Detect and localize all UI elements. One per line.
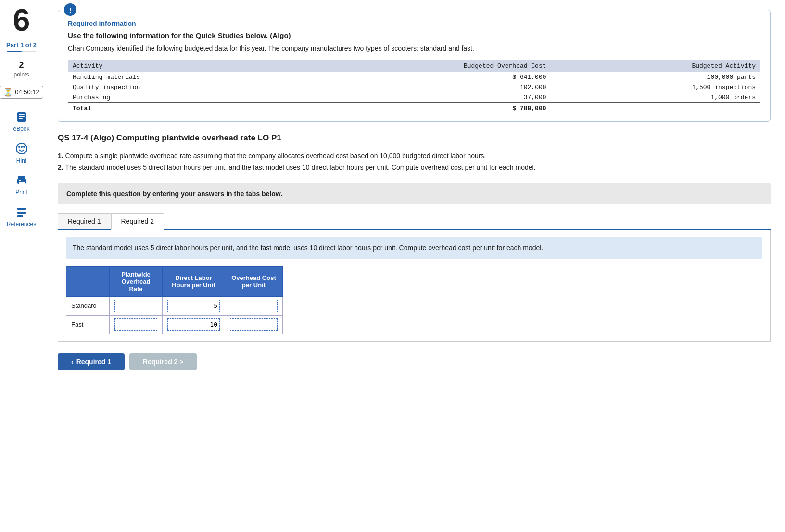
activity-table: Activity Budgeted Overhead Cost Budgeted… (68, 60, 760, 114)
cost-cell: $ 641,000 (288, 72, 551, 82)
cost-cell: 37,000 (288, 92, 551, 103)
col2-header: Direct Labor Hours per Unit (163, 266, 225, 296)
total-row: Total $ 780,000 (68, 103, 760, 114)
sidebar-item-hint[interactable]: Hint (15, 142, 28, 164)
table-row: Quality inspection 102,000 1,500 inspect… (68, 82, 760, 92)
fast-model: Fast (66, 315, 110, 334)
tab-required1[interactable]: Required 1 (58, 213, 111, 229)
standard-plantwide-cell (110, 296, 163, 315)
budgeted-activity-col-header: Budgeted Activity (551, 60, 760, 72)
fast-overhead-cell (225, 315, 283, 334)
ebook-label: eBook (13, 126, 29, 132)
next-label: Required 2 > (143, 358, 183, 366)
svg-rect-3 (19, 118, 23, 119)
question-body: 1. Compute a single plantwide overhead r… (58, 151, 771, 174)
fast-row: Fast (66, 315, 283, 334)
fast-overhead-input[interactable] (230, 318, 278, 331)
budgeted-cell: 100,000 parts (551, 72, 760, 82)
timer-icon: ⏳ (3, 88, 13, 97)
info-main-title: Use the following information for the Qu… (68, 31, 760, 39)
svg-rect-11 (19, 180, 21, 181)
tab-description: The standard model uses 5 direct labor h… (66, 237, 762, 259)
activity-cell: Handling materials (68, 72, 288, 82)
svg-point-6 (21, 146, 23, 148)
required-info-title: Required information (68, 20, 760, 27)
step2-text: The standard model uses 5 direct labor h… (65, 164, 535, 171)
book-icon (15, 110, 28, 124)
standard-overhead-cell (225, 296, 283, 315)
standard-dlh-cell (163, 296, 225, 315)
tab-content: The standard model uses 5 direct labor h… (58, 230, 771, 342)
standard-overhead-input[interactable] (230, 300, 278, 312)
svg-rect-14 (17, 215, 23, 217)
standard-plantwide-input[interactable] (114, 300, 157, 312)
prev-button[interactable]: ‹ Required 1 (58, 353, 125, 370)
svg-rect-10 (19, 182, 25, 185)
print-icon (15, 174, 28, 187)
hint-label: Hint (16, 157, 26, 164)
print-label: Print (15, 189, 27, 196)
question-title: QS 17-4 (Algo) Computing plantwide overh… (58, 133, 771, 143)
total-activity (551, 103, 760, 114)
tabs-container: Required 1 Required 2 (58, 213, 771, 230)
timer-value: 04:50:12 (15, 89, 39, 96)
svg-rect-1 (19, 114, 25, 115)
progress-bar-container (7, 51, 36, 52)
tab-required2[interactable]: Required 2 (111, 213, 165, 230)
complete-text: Complete this question by entering your … (66, 190, 282, 198)
step1-text: Compute a single plantwide overhead rate… (65, 152, 486, 160)
col1-header: Plantwide Overhead Rate (110, 266, 163, 296)
complete-box: Complete this question by entering your … (58, 183, 771, 204)
fast-dlh-cell (163, 315, 225, 334)
table-row: Handling materials $ 641,000 100,000 par… (68, 72, 760, 82)
info-box: ! Required information Use the following… (58, 10, 771, 122)
svg-rect-13 (17, 212, 26, 214)
step2-num: 2. (58, 164, 63, 171)
overhead-col-header: Budgeted Overhead Cost (288, 60, 551, 72)
main-content: ! Required information Use the following… (43, 0, 785, 532)
progress-bar-fill (7, 51, 22, 52)
total-cost: $ 780,000 (288, 103, 551, 114)
sidebar-item-references[interactable]: References (7, 205, 36, 228)
references-icon (15, 205, 28, 219)
prev-arrow: ‹ (71, 358, 74, 366)
col0-header (66, 266, 110, 296)
activity-col-header: Activity (68, 60, 288, 72)
svg-point-7 (23, 146, 25, 148)
fast-dlh-input[interactable] (167, 318, 220, 331)
cost-cell: 102,000 (288, 82, 551, 92)
info-description: Chan Company identified the following bu… (68, 43, 760, 53)
points-text: points (13, 71, 29, 78)
fast-plantwide-cell (110, 315, 163, 334)
page-number: 6 (13, 5, 30, 36)
sidebar-item-print[interactable]: Print (15, 174, 28, 196)
hint-icon (15, 142, 28, 155)
svg-rect-2 (19, 116, 25, 117)
prev-label: Required 1 (76, 358, 111, 366)
svg-point-4 (16, 143, 27, 154)
budgeted-cell: 1,000 orders (551, 92, 760, 103)
svg-point-5 (18, 146, 20, 148)
answer-table: Plantwide Overhead Rate Direct Labor Hou… (66, 266, 283, 334)
activity-cell: Purchasing (68, 92, 288, 103)
timer-box: ⏳ 04:50:12 (0, 86, 43, 99)
sidebar: 6 Part 1 of 2 2 points ⏳ 04:50:12 eBook … (0, 0, 43, 532)
table-row: Purchasing 37,000 1,000 orders (68, 92, 760, 103)
budgeted-cell: 1,500 inspections (551, 82, 760, 92)
standard-model: Standard (66, 296, 110, 315)
total-label: Total (68, 103, 288, 114)
col3-header: Overhead Cost per Unit (225, 266, 283, 296)
points-value: 2 (19, 60, 24, 70)
part-label: Part 1 of 2 (6, 41, 37, 49)
svg-rect-12 (17, 208, 26, 210)
nav-buttons: ‹ Required 1 Required 2 > (58, 353, 771, 370)
fast-plantwide-input[interactable] (114, 318, 157, 331)
standard-dlh-input[interactable] (167, 300, 220, 312)
activity-cell: Quality inspection (68, 82, 288, 92)
info-badge: ! (64, 3, 76, 16)
step1-num: 1. (58, 152, 63, 160)
sidebar-item-ebook[interactable]: eBook (13, 110, 29, 132)
standard-row: Standard (66, 296, 283, 315)
next-button[interactable]: Required 2 > (129, 353, 197, 370)
references-label: References (7, 221, 36, 228)
